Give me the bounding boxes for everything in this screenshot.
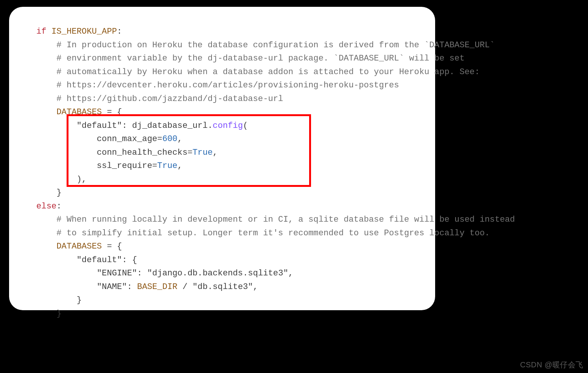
slash-op: / <box>177 282 193 292</box>
colon: : <box>117 27 122 36</box>
close-paren-comma: ), <box>77 175 87 184</box>
arg-ssl-require: ssl_require <box>97 161 152 171</box>
key-name: "NAME" <box>97 282 127 292</box>
colon-space: : <box>137 269 147 278</box>
watermark-text: CSDN @暖仔会飞 <box>520 360 583 370</box>
comma: , <box>288 269 293 278</box>
key-engine: "ENGINE" <box>97 269 137 278</box>
arg-conn-health: conn_health_checks <box>97 148 188 157</box>
code-card: if IS_HEROKU_APP: # In production on Her… <box>9 7 435 310</box>
dj-object: dj_database_url. <box>132 121 213 131</box>
comment-line: # https://devcenter.heroku.com/articles/… <box>56 81 399 90</box>
colon: : <box>56 202 61 211</box>
comment-line: # When running locally in development or… <box>56 215 515 224</box>
comment-line: # https://github.com/jazzband/dj-databas… <box>56 94 283 104</box>
equals: = <box>157 134 162 144</box>
colon-space: : <box>122 121 132 131</box>
comma: , <box>177 134 182 144</box>
comma: , <box>177 161 182 171</box>
var-databases: DATABASES <box>56 107 102 117</box>
true-literal: True <box>193 148 213 157</box>
key-default: "default" <box>77 121 122 131</box>
comma: , <box>213 148 218 157</box>
comment-line: # automatically by Heroku when a databas… <box>56 67 479 77</box>
assign-open: = { <box>102 107 122 117</box>
equals: = <box>152 161 157 171</box>
keyword-if: if <box>36 27 47 36</box>
assign-open: = { <box>102 242 122 251</box>
var-is-heroku: IS_HEROKU_APP <box>51 27 117 36</box>
close-brace: } <box>56 188 61 197</box>
close-brace: } <box>56 309 61 319</box>
fn-config: config <box>213 121 243 131</box>
open-paren: ( <box>243 121 248 131</box>
comment-line: # In production on Heroku the database c… <box>56 40 495 50</box>
val-engine: "django.db.backends.sqlite3" <box>147 269 288 278</box>
key-default: "default" <box>77 255 122 265</box>
true-literal: True <box>157 161 177 171</box>
colon-space: : <box>127 282 137 292</box>
comma: , <box>253 282 258 292</box>
val-dbfile: "db.sqlite3" <box>193 282 253 292</box>
arg-conn-max-age: conn_max_age <box>97 134 157 144</box>
keyword-else: else <box>36 202 56 211</box>
close-brace: } <box>77 295 82 305</box>
num-600: 600 <box>162 134 177 144</box>
code-block: if IS_HEROKU_APP: # In production on Her… <box>36 25 435 320</box>
var-databases: DATABASES <box>56 242 102 251</box>
var-base-dir: BASE_DIR <box>137 282 177 292</box>
comment-line: # environment variable by the dj-databas… <box>56 54 465 63</box>
comment-line: # to simplify initial setup. Longer term… <box>56 228 490 238</box>
equals: = <box>187 148 192 157</box>
colon-open: : { <box>122 255 137 265</box>
